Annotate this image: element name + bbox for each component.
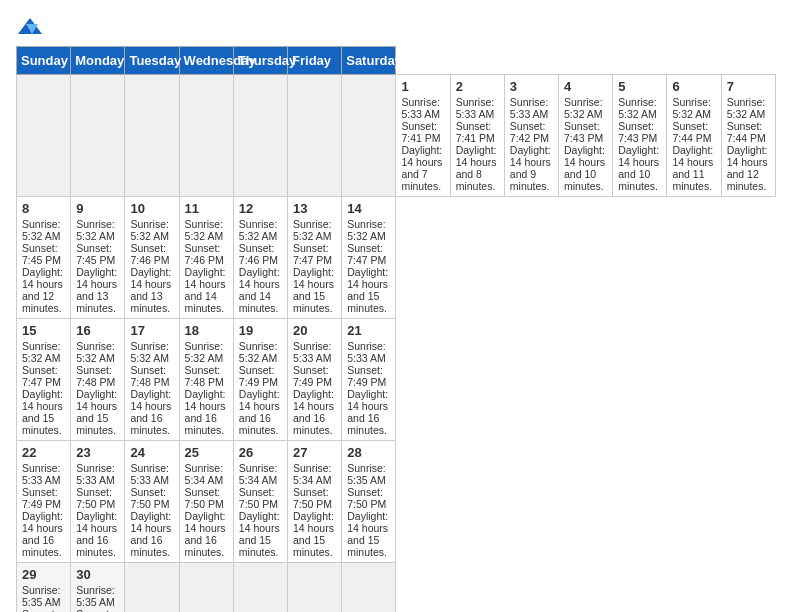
daylight-text: Daylight: 14 hours: [239, 510, 280, 534]
sunset-text: Sunset: 7:49 PM: [293, 364, 332, 388]
day-header-wednesday: Wednesday: [179, 47, 233, 75]
sunrise-text: Sunrise: 5:32 AM: [727, 96, 766, 120]
sunrise-text: Sunrise: 5:32 AM: [185, 340, 224, 364]
calendar-day-28: 28Sunrise: 5:35 AMSunset: 7:50 PMDayligh…: [342, 441, 396, 563]
day-number: 13: [293, 201, 336, 216]
calendar-day-13: 13Sunrise: 5:32 AMSunset: 7:47 PMDayligh…: [288, 197, 342, 319]
daylight-text-2: and 14 minutes.: [239, 290, 279, 314]
calendar-table: SundayMondayTuesdayWednesdayThursdayFrid…: [16, 46, 776, 612]
day-number: 15: [22, 323, 65, 338]
daylight-text: Daylight: 14 hours: [76, 510, 117, 534]
sunset-text: Sunset: 7:43 PM: [564, 120, 603, 144]
daylight-text: Daylight: 14 hours: [130, 266, 171, 290]
sunrise-text: Sunrise: 5:33 AM: [76, 462, 115, 486]
daylight-text: Daylight: 14 hours: [401, 144, 442, 168]
calendar-week-5: 29Sunrise: 5:35 AMSunset: 7:50 PMDayligh…: [17, 563, 776, 613]
calendar-day-11: 11Sunrise: 5:32 AMSunset: 7:46 PMDayligh…: [179, 197, 233, 319]
sunrise-text: Sunrise: 5:32 AM: [130, 340, 169, 364]
daylight-text-2: and 16 minutes.: [22, 534, 62, 558]
days-of-week-row: SundayMondayTuesdayWednesdayThursdayFrid…: [17, 47, 776, 75]
day-number: 14: [347, 201, 390, 216]
day-number: 28: [347, 445, 390, 460]
empty-day-cell: [179, 563, 233, 613]
calendar-day-5: 5Sunrise: 5:32 AMSunset: 7:43 PMDaylight…: [613, 75, 667, 197]
day-number: 1: [401, 79, 444, 94]
sunset-text: Sunset: 7:49 PM: [347, 364, 386, 388]
sunset-text: Sunset: 7:45 PM: [76, 242, 115, 266]
sunset-text: Sunset: 7:49 PM: [239, 364, 278, 388]
calendar-day-2: 2Sunrise: 5:33 AMSunset: 7:41 PMDaylight…: [450, 75, 504, 197]
daylight-text: Daylight: 14 hours: [618, 144, 659, 168]
day-number: 27: [293, 445, 336, 460]
calendar-day-20: 20Sunrise: 5:33 AMSunset: 7:49 PMDayligh…: [288, 319, 342, 441]
daylight-text-2: and 13 minutes.: [76, 290, 116, 314]
empty-day-cell: [288, 563, 342, 613]
day-number: 30: [76, 567, 119, 582]
day-number: 24: [130, 445, 173, 460]
day-header-monday: Monday: [71, 47, 125, 75]
sunset-text: Sunset: 7:50 PM: [76, 608, 115, 612]
daylight-text: Daylight: 14 hours: [293, 266, 334, 290]
daylight-text-2: and 15 minutes.: [76, 412, 116, 436]
daylight-text: Daylight: 14 hours: [347, 388, 388, 412]
daylight-text-2: and 15 minutes.: [293, 290, 333, 314]
logo-icon: [16, 16, 44, 38]
daylight-text-2: and 15 minutes.: [347, 534, 387, 558]
calendar-day-8: 8Sunrise: 5:32 AMSunset: 7:45 PMDaylight…: [17, 197, 71, 319]
day-number: 29: [22, 567, 65, 582]
daylight-text-2: and 9 minutes.: [510, 168, 550, 192]
sunrise-text: Sunrise: 5:34 AM: [185, 462, 224, 486]
daylight-text: Daylight: 14 hours: [293, 388, 334, 412]
day-number: 20: [293, 323, 336, 338]
calendar-day-26: 26Sunrise: 5:34 AMSunset: 7:50 PMDayligh…: [233, 441, 287, 563]
sunset-text: Sunset: 7:41 PM: [456, 120, 495, 144]
sunrise-text: Sunrise: 5:35 AM: [347, 462, 386, 486]
daylight-text-2: and 16 minutes.: [130, 534, 170, 558]
day-number: 17: [130, 323, 173, 338]
empty-day-cell: [288, 75, 342, 197]
sunset-text: Sunset: 7:44 PM: [727, 120, 766, 144]
calendar-day-17: 17Sunrise: 5:32 AMSunset: 7:48 PMDayligh…: [125, 319, 179, 441]
day-number: 16: [76, 323, 119, 338]
sunset-text: Sunset: 7:48 PM: [76, 364, 115, 388]
calendar-day-24: 24Sunrise: 5:33 AMSunset: 7:50 PMDayligh…: [125, 441, 179, 563]
sunrise-text: Sunrise: 5:33 AM: [456, 96, 495, 120]
daylight-text-2: and 12 minutes.: [22, 290, 62, 314]
daylight-text-2: and 10 minutes.: [618, 168, 658, 192]
calendar-day-14: 14Sunrise: 5:32 AMSunset: 7:47 PMDayligh…: [342, 197, 396, 319]
sunset-text: Sunset: 7:50 PM: [22, 608, 61, 612]
calendar-day-25: 25Sunrise: 5:34 AMSunset: 7:50 PMDayligh…: [179, 441, 233, 563]
sunset-text: Sunset: 7:49 PM: [22, 486, 61, 510]
calendar-header: SundayMondayTuesdayWednesdayThursdayFrid…: [17, 47, 776, 75]
day-number: 7: [727, 79, 770, 94]
sunset-text: Sunset: 7:46 PM: [130, 242, 169, 266]
sunset-text: Sunset: 7:41 PM: [401, 120, 440, 144]
daylight-text: Daylight: 14 hours: [456, 144, 497, 168]
daylight-text: Daylight: 14 hours: [239, 266, 280, 290]
day-number: 10: [130, 201, 173, 216]
day-header-tuesday: Tuesday: [125, 47, 179, 75]
daylight-text-2: and 13 minutes.: [130, 290, 170, 314]
sunrise-text: Sunrise: 5:33 AM: [130, 462, 169, 486]
daylight-text: Daylight: 14 hours: [347, 510, 388, 534]
daylight-text-2: and 15 minutes.: [239, 534, 279, 558]
sunrise-text: Sunrise: 5:32 AM: [22, 218, 61, 242]
calendar-week-3: 15Sunrise: 5:32 AMSunset: 7:47 PMDayligh…: [17, 319, 776, 441]
sunrise-text: Sunrise: 5:32 AM: [76, 218, 115, 242]
daylight-text-2: and 15 minutes.: [22, 412, 62, 436]
daylight-text: Daylight: 14 hours: [130, 510, 171, 534]
calendar-day-4: 4Sunrise: 5:32 AMSunset: 7:43 PMDaylight…: [559, 75, 613, 197]
sunset-text: Sunset: 7:50 PM: [185, 486, 224, 510]
daylight-text: Daylight: 14 hours: [185, 388, 226, 412]
sunset-text: Sunset: 7:47 PM: [22, 364, 61, 388]
day-header-sunday: Sunday: [17, 47, 71, 75]
calendar-day-6: 6Sunrise: 5:32 AMSunset: 7:44 PMDaylight…: [667, 75, 721, 197]
daylight-text: Daylight: 14 hours: [22, 510, 63, 534]
day-header-thursday: Thursday: [233, 47, 287, 75]
day-number: 19: [239, 323, 282, 338]
sunrise-text: Sunrise: 5:33 AM: [510, 96, 549, 120]
sunset-text: Sunset: 7:50 PM: [293, 486, 332, 510]
sunrise-text: Sunrise: 5:32 AM: [672, 96, 711, 120]
sunrise-text: Sunrise: 5:33 AM: [347, 340, 386, 364]
sunrise-text: Sunrise: 5:32 AM: [618, 96, 657, 120]
